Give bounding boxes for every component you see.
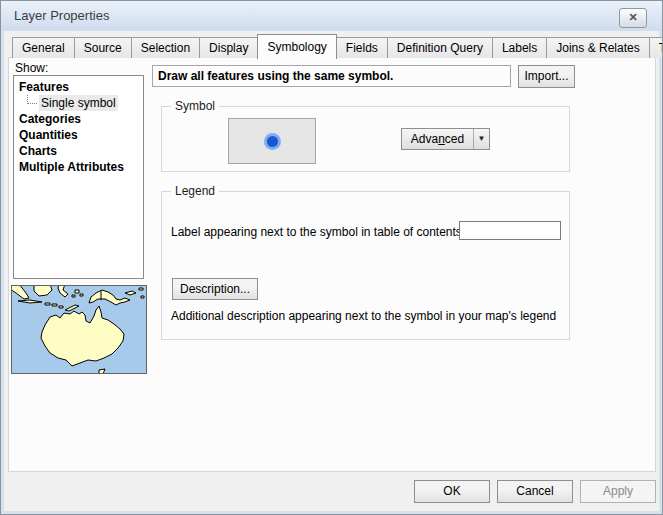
method-header: Draw all features using the same symbol. bbox=[152, 65, 511, 87]
symbol-group-title: Symbol bbox=[171, 99, 219, 113]
tab-display[interactable]: Display bbox=[199, 37, 258, 58]
map-preview-image bbox=[12, 286, 146, 373]
tab-selection[interactable]: Selection bbox=[131, 37, 200, 58]
advanced-dropdown-button[interactable]: Advanced ▼ bbox=[401, 128, 490, 150]
legend-label-input[interactable] bbox=[459, 221, 561, 240]
show-tree-list: Features Single symbol Categories Quanti… bbox=[13, 75, 144, 279]
symbology-tab-page: Show: Features Single symbol Categories … bbox=[8, 57, 656, 472]
tab-fields[interactable]: Fields bbox=[336, 37, 388, 58]
point-symbol-icon bbox=[264, 133, 281, 150]
tree-item-features[interactable]: Features bbox=[14, 79, 143, 95]
map-preview bbox=[11, 285, 147, 374]
layer-properties-dialog: Layer Properties ✕ General Source Select… bbox=[0, 0, 663, 515]
tab-symbology[interactable]: Symbology bbox=[257, 34, 336, 59]
method-header-text: Draw all features using the same symbol. bbox=[158, 69, 393, 83]
title-bar: Layer Properties ✕ bbox=[1, 1, 662, 31]
tab-strip: General Source Selection Display Symbolo… bbox=[12, 34, 663, 58]
apply-button[interactable]: Apply bbox=[580, 480, 656, 503]
window-title: Layer Properties bbox=[14, 8, 109, 23]
tree-branch-icon bbox=[27, 95, 37, 104]
symbol-selector-button[interactable] bbox=[228, 118, 316, 164]
tab-joins-relates[interactable]: Joins & Relates bbox=[546, 37, 649, 58]
tree-item-label: Single symbol bbox=[39, 95, 118, 111]
tree-item-multiple-attributes[interactable]: Multiple Attributes bbox=[14, 159, 143, 175]
show-label: Show: bbox=[15, 61, 48, 75]
close-icon: ✕ bbox=[628, 11, 637, 23]
tab-general[interactable]: General bbox=[12, 37, 75, 58]
tree-item-categories[interactable]: Categories bbox=[14, 111, 143, 127]
tab-definition-query[interactable]: Definition Query bbox=[387, 37, 493, 58]
tab-time[interactable]: Time bbox=[649, 37, 663, 58]
tab-source[interactable]: Source bbox=[74, 37, 132, 58]
chevron-down-icon: ▼ bbox=[473, 129, 489, 149]
legend-label-caption: Label appearing next to the symbol in ta… bbox=[171, 225, 465, 239]
tree-item-single-symbol[interactable]: Single symbol bbox=[14, 95, 143, 111]
tree-item-quantities[interactable]: Quantities bbox=[14, 127, 143, 143]
legend-group-title: Legend bbox=[171, 184, 219, 198]
cancel-button[interactable]: Cancel bbox=[497, 480, 573, 503]
point-symbol-core bbox=[267, 136, 278, 147]
import-button[interactable]: Import... bbox=[518, 65, 575, 88]
tab-labels[interactable]: Labels bbox=[492, 37, 547, 58]
ok-button[interactable]: OK bbox=[414, 480, 490, 503]
advanced-button-label: Advanced bbox=[402, 132, 473, 146]
close-button[interactable]: ✕ bbox=[619, 8, 647, 28]
description-button[interactable]: Description... bbox=[172, 278, 258, 300]
dialog-body: General Source Selection Display Symbolo… bbox=[4, 31, 659, 511]
tree-item-charts[interactable]: Charts bbox=[14, 143, 143, 159]
symbol-group: Symbol bbox=[161, 106, 570, 172]
legend-description-caption: Additional description appearing next to… bbox=[171, 309, 556, 323]
